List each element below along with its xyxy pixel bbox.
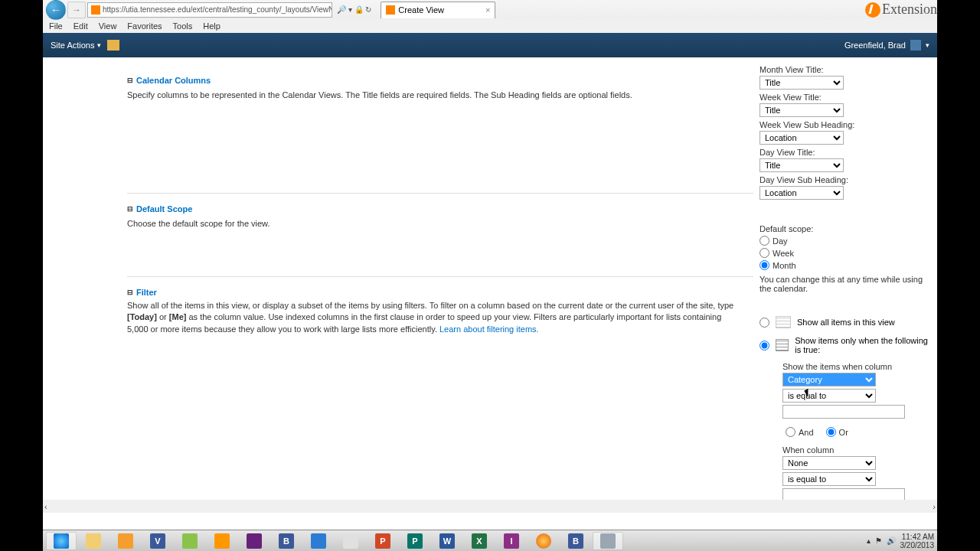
section-default-scope[interactable]: ⊟Default Scope [127,201,753,217]
main-content: ⊟Calendar Columns Specify columns to be … [43,57,937,513]
back-button[interactable]: ← [46,0,66,20]
filter-column-1-select[interactable]: Category [782,373,876,386]
taskbar-app6[interactable] [207,532,237,550]
user-icon [910,40,921,51]
learn-filtering-link[interactable]: Learn about filtering items. [439,324,539,334]
taskbar-app10[interactable] [335,532,366,550]
day-view-subheading-select[interactable]: Location [760,186,844,200]
filter-column-2-select[interactable]: None [782,456,876,470]
week-view-title-select[interactable]: Title [760,103,844,117]
show-all-icon [776,316,791,328]
taskbar-firefox[interactable] [528,532,559,550]
menu-edit[interactable]: Edit [74,21,88,31]
menu-file[interactable]: File [49,21,63,31]
section-calendar-columns[interactable]: ⊟Calendar Columns [127,73,753,88]
filter-show-when-radio[interactable] [760,341,769,350]
filter-and-radio[interactable] [786,427,795,437]
filter-show-all-radio[interactable] [760,318,769,328]
filter-operator-1-select[interactable]: is equal to [782,389,876,403]
site-favicon-icon [91,5,100,15]
browser-chrome: ← → https://utia.tennessee.edu/ext/centr… [43,0,937,33]
taskbar-outlook[interactable] [110,532,141,550]
section-calendar-desc: Specify columns to be represented in the… [127,88,753,124]
scope-week-radio[interactable] [760,248,769,258]
section-scope-desc: Choose the default scope for the view. [127,217,753,253]
taskbar-app17[interactable]: B [560,532,591,550]
system-tray[interactable]: ▴ ⚑ 🔊 11:42 AM 3/20/2013 [867,533,935,549]
filter-operator-2-select[interactable]: is equal to [782,472,876,486]
tab-favicon-icon [386,5,395,15]
forward-button[interactable]: → [67,2,86,18]
menu-help[interactable]: Help [203,21,220,31]
week-view-subheading-select[interactable]: Location [760,131,844,145]
show-filtered-icon [776,339,789,351]
filter-value-1-input[interactable] [782,405,905,419]
tray-up-icon[interactable]: ▴ [867,536,871,545]
taskbar-app5[interactable] [175,532,205,550]
filter-or-radio[interactable] [826,427,836,437]
site-actions-menu[interactable]: Site Actions [51,41,101,50]
menu-view[interactable]: View [99,21,117,31]
user-menu[interactable]: Greenfield, Brad [844,40,929,51]
taskbar-skydrive[interactable] [303,532,334,550]
browser-menu-bar: File Edit View Favorites Tools Help [43,19,937,33]
navigate-up-icon[interactable] [107,40,119,51]
taskbar-infopath[interactable]: I [496,532,527,550]
taskbar-app8[interactable]: B [271,532,302,550]
menu-tools[interactable]: Tools [173,21,193,31]
taskbar-ie[interactable] [46,532,77,550]
taskbar-vs[interactable] [239,532,270,550]
tray-date: 3/20/2013 [900,541,935,549]
tray-flag-icon[interactable]: ⚑ [875,536,882,545]
tray-volume-icon[interactable]: 🔊 [887,536,896,545]
horizontal-scrollbar[interactable]: ‹› [43,500,937,513]
sharepoint-ribbon: Site Actions Greenfield, Brad [43,33,937,57]
scope-day-radio[interactable] [760,236,769,246]
tray-time: 11:42 AM [900,533,935,541]
day-view-title-select[interactable]: Title [760,158,844,172]
extension-logo-watermark: Extension [865,2,937,18]
section-filter-desc: Show all of the items in this view, or d… [127,300,738,335]
windows-taskbar: V B P P W X I B ▴ ⚑ 🔊 11:42 AM 3/20/2013 [43,530,937,551]
browser-tab[interactable]: Create View × [381,2,495,18]
address-bar[interactable]: https://utia.tennessee.edu/ext/central/t… [87,2,332,18]
scope-hint: You can change this at any time while us… [760,275,931,293]
taskbar-explorer[interactable] [78,532,109,550]
taskbar-powerpoint[interactable]: P [368,532,398,550]
tab-close-icon[interactable]: × [485,5,490,15]
taskbar-excel[interactable]: X [464,532,495,550]
taskbar-visio[interactable]: V [142,532,173,550]
tab-title: Create View [398,5,444,15]
menu-favorites[interactable]: Favorites [127,21,162,31]
scope-month-radio[interactable] [760,260,769,270]
section-filter[interactable]: ⊟Filter [127,285,738,300]
taskbar-word[interactable]: W [432,532,462,550]
taskbar-publisher[interactable]: P [400,532,430,550]
month-view-title-select[interactable]: Title [760,76,844,90]
taskbar-app18[interactable] [593,532,623,550]
